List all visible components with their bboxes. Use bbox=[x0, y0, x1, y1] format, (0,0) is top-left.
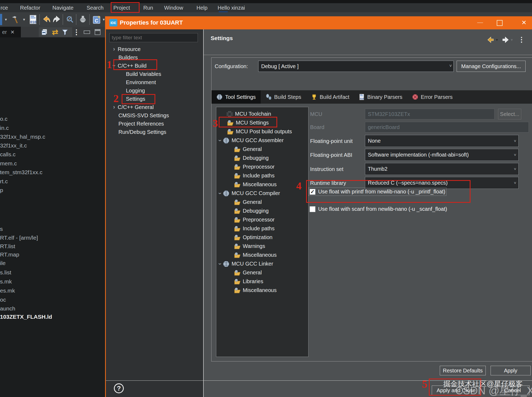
menu-item-window[interactable]: Window bbox=[164, 4, 183, 11]
tree-item-linker-libraries[interactable]: Libraries bbox=[234, 277, 263, 286]
close-button[interactable]: × bbox=[519, 18, 529, 28]
minimize-view-icon[interactable] bbox=[83, 28, 91, 36]
file-item[interactable]: RT.map bbox=[0, 251, 19, 258]
tree-item-linker-misc[interactable]: Miscellaneous bbox=[234, 286, 277, 295]
tree-item-compiler-optimization[interactable]: Optimization bbox=[234, 233, 272, 242]
view-menu-kebab-icon[interactable]: ⋮ bbox=[74, 28, 79, 36]
file-item[interactable]: ile bbox=[0, 260, 6, 266]
build-hammer-icon[interactable] bbox=[10, 14, 21, 25]
manage-configurations-button[interactable]: Manage Configurations... bbox=[457, 61, 526, 72]
tree-item-assembler-preprocessor[interactable]: Preprocessor bbox=[234, 162, 275, 171]
apply-button[interactable]: Apply bbox=[491, 366, 531, 375]
sidebar-item-build-variables[interactable]: Build Variables bbox=[126, 70, 161, 78]
undo-icon[interactable] bbox=[41, 14, 52, 25]
file-item[interactable]: s.list bbox=[0, 269, 11, 276]
tree-item-compiler-debugging[interactable]: Debugging bbox=[234, 207, 269, 215]
tab-binary-parsers[interactable]: 010 Binary Parsers bbox=[354, 90, 407, 104]
file-item[interactable]: es.mk bbox=[0, 287, 15, 294]
minimize-button[interactable]: — bbox=[475, 19, 485, 27]
menu-item-run[interactable]: Run bbox=[143, 4, 153, 11]
restore-defaults-button[interactable]: Restore Defaults bbox=[440, 366, 486, 375]
chevron-down-icon[interactable]: › bbox=[217, 139, 223, 141]
file-item[interactable]: o.c bbox=[0, 116, 7, 122]
tab-error-parsers[interactable]: Error Parsers bbox=[407, 90, 457, 104]
tree-item-assembler-debugging[interactable]: Debugging bbox=[234, 154, 269, 162]
configuration-dropdown[interactable]: Debug [ Active ] ˅ bbox=[258, 61, 454, 72]
fabi-dropdown[interactable]: Software implementation (-mfloat-abi=sof… bbox=[365, 149, 519, 161]
dropdown-caret-icon[interactable]: ▾ bbox=[22, 14, 26, 25]
file-item[interactable]: 32f1xx_it.c bbox=[0, 142, 27, 149]
tab-tool-settings[interactable]: Tool Settings bbox=[211, 90, 261, 104]
tree-item-compiler-include-paths[interactable]: Include paths bbox=[234, 224, 275, 233]
file-item[interactable]: rt.c bbox=[0, 178, 8, 185]
file-item[interactable]: calls.c bbox=[0, 151, 16, 158]
tree-item-assembler-include-paths[interactable]: Include paths bbox=[234, 171, 275, 180]
help-button[interactable]: ? bbox=[114, 383, 124, 393]
file-item[interactable]: mem.c bbox=[0, 160, 17, 167]
file-item[interactable]: RT.list bbox=[0, 243, 15, 250]
dialog-title-bar[interactable]: IDE Properties for 03UART — × bbox=[106, 16, 532, 29]
chevron-down-icon[interactable]: › bbox=[217, 263, 223, 265]
checkbox-unchecked-icon[interactable] bbox=[310, 206, 315, 212]
external-tools-icon[interactable] bbox=[78, 14, 88, 25]
tab-build-artifact[interactable]: Build Artifact bbox=[306, 90, 354, 104]
file-item[interactable]: s bbox=[0, 226, 3, 232]
file-item[interactable]: p bbox=[0, 187, 3, 193]
file-item[interactable]: s.mk bbox=[0, 278, 12, 285]
chevron-down-icon[interactable]: › bbox=[217, 192, 223, 194]
tree-item-compiler-general[interactable]: General bbox=[234, 198, 262, 207]
tree-item-mcu-post-build[interactable]: MCU Post build outputs bbox=[227, 127, 292, 136]
menu-item-search[interactable]: Search bbox=[87, 4, 103, 11]
sidebar-item-logging[interactable]: Logging bbox=[126, 87, 145, 95]
menu-item-hello-xinzai[interactable]: Hello xinzai bbox=[218, 4, 245, 11]
sidebar-item-resource[interactable]: › Resource bbox=[113, 45, 141, 53]
file-item[interactable]: 32f1xx_hal_msp.c bbox=[0, 134, 45, 140]
explorer-tab[interactable]: er × bbox=[0, 27, 21, 37]
sidebar-item-environment[interactable]: Environment bbox=[126, 78, 156, 86]
filter-input[interactable] bbox=[109, 33, 198, 42]
instruction-set-dropdown[interactable]: Thumb2 ˅ bbox=[365, 163, 519, 175]
menu-item-source-partial[interactable]: rce bbox=[1, 4, 8, 11]
dropdown-caret-icon[interactable]: ▾ bbox=[4, 14, 8, 25]
collapse-all-icon[interactable] bbox=[40, 28, 49, 36]
tab-build-steps[interactable]: Build Steps bbox=[261, 90, 306, 104]
file-item[interactable]: aunch bbox=[0, 305, 15, 312]
filter-funnel-icon[interactable] bbox=[61, 28, 69, 36]
fpu-dropdown[interactable]: None ˅ bbox=[365, 135, 519, 147]
maximize-view-icon[interactable] bbox=[94, 28, 102, 36]
select-mcu-button[interactable]: Select... bbox=[498, 109, 521, 119]
back-history-caret-icon[interactable]: ▾ bbox=[496, 37, 498, 42]
menu-item-refactor[interactable]: Refactor bbox=[20, 4, 40, 11]
scanf-float-checkbox-row[interactable]: Use float with scanf from newlib-nano (-… bbox=[310, 206, 447, 212]
tree-item-mcu-gcc-linker[interactable]: › MCU GCC Linker bbox=[219, 259, 273, 268]
file-item-selected[interactable]: 103ZETX_FLASH.ld bbox=[0, 314, 52, 320]
forward-arrow-icon[interactable] bbox=[502, 36, 509, 43]
file-item[interactable]: oc bbox=[0, 297, 6, 303]
binary-file-icon[interactable]: 010 bbox=[29, 14, 38, 25]
tree-item-compiler-preprocessor[interactable]: Preprocessor bbox=[234, 215, 275, 224]
tree-item-compiler-misc[interactable]: Miscellaneous bbox=[234, 251, 277, 259]
tree-item-linker-general[interactable]: General bbox=[234, 268, 262, 277]
new-c-file-icon[interactable]: C+ bbox=[92, 14, 102, 25]
back-arrow-icon[interactable] bbox=[487, 36, 494, 43]
tree-item-assembler-general[interactable]: General bbox=[234, 145, 262, 154]
tree-item-mcu-gcc-assembler[interactable]: › MCU GCC Assembler bbox=[219, 136, 284, 145]
sidebar-item-run-debug[interactable]: Run/Debug Settings bbox=[118, 128, 166, 136]
tab-close-icon[interactable]: × bbox=[11, 28, 14, 36]
chevron-right-icon[interactable]: › bbox=[113, 46, 115, 53]
forward-history-caret-icon[interactable]: ▾ bbox=[511, 37, 513, 42]
sidebar-item-project-references[interactable]: Project References bbox=[118, 120, 164, 128]
tree-item-assembler-misc[interactable]: Miscellaneous bbox=[234, 180, 277, 189]
file-item[interactable]: RT.elf - [arm/le] bbox=[0, 235, 38, 241]
menu-item-help[interactable]: Help bbox=[196, 4, 207, 11]
tree-item-mcu-gcc-compiler[interactable]: › MCU GCC Compiler bbox=[219, 189, 280, 198]
file-item[interactable]: in.c bbox=[0, 125, 9, 131]
tree-item-compiler-warnings[interactable]: Warnings bbox=[234, 242, 265, 251]
link-editor-icon[interactable]: ⇄ bbox=[50, 28, 60, 36]
view-menu-kebab-icon[interactable]: ⋮ bbox=[518, 36, 525, 44]
sidebar-item-cc-general[interactable]: › C/C++ General bbox=[113, 103, 154, 111]
file-item[interactable]: tem_stm32f1xx.c bbox=[0, 169, 43, 176]
search-disabled-icon[interactable] bbox=[65, 14, 75, 25]
maximize-button[interactable] bbox=[497, 20, 503, 26]
sidebar-item-cmsis-svd[interactable]: CMSIS-SVD Settings bbox=[118, 111, 169, 119]
